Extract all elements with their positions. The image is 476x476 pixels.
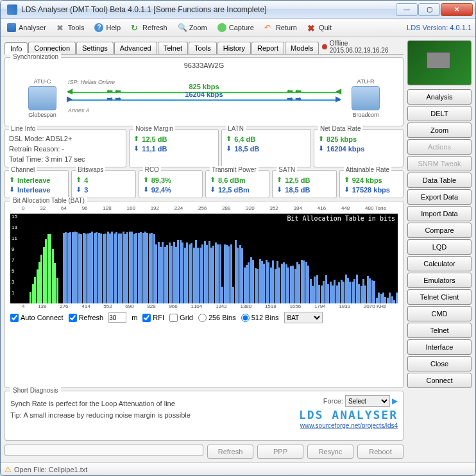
- tab-telnet[interactable]: Telnet: [158, 42, 188, 54]
- quit-icon: ✖: [307, 23, 316, 32]
- bat-options: Auto Connect Refresh m RFI Grid 256 Bins…: [10, 312, 398, 323]
- zoom-icon: 🔍: [178, 23, 187, 32]
- interface-button[interactable]: Interface: [407, 339, 472, 355]
- return-button[interactable]: ↶Return: [262, 22, 300, 33]
- modem-icon: [28, 86, 56, 110]
- titlebar: LDS Analyser (DMT Tool) Beta 4.0.1.1 [So…: [1, 1, 475, 19]
- refresh-icon: ↻: [131, 23, 140, 32]
- tab-report[interactable]: Report: [251, 42, 284, 54]
- maximize-button[interactable]: ▢: [418, 3, 440, 16]
- router-icon: [352, 86, 380, 110]
- window-controls: — ▢ ✕: [396, 3, 473, 16]
- return-icon: ↶: [264, 23, 273, 32]
- diag-line1: Synch Rate is perfect for the Loop Atten…: [10, 398, 282, 409]
- close-side-button[interactable]: Close: [407, 356, 472, 371]
- bins256-radio[interactable]: 256 Bins: [198, 314, 236, 322]
- bat-chart: Bit Allocation Table in bits 15131197531: [10, 214, 398, 303]
- main-toolbar: Analyser ✖Tools ?Help ↻Refresh 🔍Zoom Cap…: [1, 19, 475, 37]
- latn-panel: LATN 6,4 dB 18,5 dB: [221, 129, 311, 167]
- tab-models[interactable]: Models: [285, 42, 319, 54]
- telnet-client-button[interactable]: Telnet Client: [407, 289, 472, 305]
- refresh-bottom-button[interactable]: Refresh: [207, 445, 253, 459]
- refresh-interval[interactable]: [108, 312, 126, 323]
- bat-select[interactable]: BAT: [284, 312, 323, 323]
- force-play-button[interactable]: ▶: [392, 396, 398, 405]
- tab-connection[interactable]: Connection: [28, 42, 76, 54]
- minimize-button[interactable]: —: [396, 3, 418, 16]
- lqd-button[interactable]: LQD: [407, 239, 472, 255]
- up-arrow-icon: [133, 135, 139, 143]
- bat-panel: Bit Allocation Table (BAT) 0326496128160…: [4, 201, 404, 388]
- actions-button: Actions: [407, 139, 472, 155]
- bat-x-axis: 4138276414552690828966110412421380151816…: [10, 303, 398, 309]
- rfi-check[interactable]: RFI: [142, 314, 164, 322]
- help-icon: ?: [94, 23, 103, 32]
- warning-icon: ⚠: [4, 465, 12, 474]
- bat-top-axis: 0326496128160192224256288320352384416448…: [10, 205, 398, 211]
- main-tabs: Info Connection Settings Advanced Telnet…: [4, 40, 404, 55]
- tx-power-panel: Transmit Power 8,6 dBm 12,5 dBm: [205, 170, 269, 198]
- close-button[interactable]: ✕: [441, 3, 473, 16]
- status-text: Open File: Cellpipe1.txt: [14, 466, 87, 473]
- app-icon: [7, 4, 17, 15]
- channel-panel: Channel Interleave Interleave: [4, 170, 69, 198]
- zoom-side-button[interactable]: Zoom: [407, 123, 472, 138]
- refresh-button[interactable]: ↻Refresh: [128, 22, 170, 33]
- export-data-button[interactable]: Export Data: [407, 189, 472, 205]
- bins512-radio[interactable]: 512 Bins: [241, 314, 279, 322]
- version-label: LDS Version: 4.0.1.1: [407, 24, 472, 31]
- resync-button[interactable]: Resync: [307, 445, 353, 459]
- analysis-button[interactable]: Analysis: [407, 89, 472, 105]
- tools-icon: ✖: [56, 23, 65, 32]
- auto-connect-check[interactable]: Auto Connect: [10, 314, 64, 322]
- chart-icon: [7, 23, 16, 32]
- attainable-panel: Attainable Rate 924 kbps 17528 kbps: [339, 170, 404, 198]
- diagnosis-panel: Short Diagnosis Synch Rate is perfect fo…: [4, 391, 404, 441]
- grid-check[interactable]: Grid: [169, 314, 193, 322]
- statusbar: ⚠ Open File: Cellpipe1.txt: [1, 463, 475, 475]
- annex-label: Annex A: [62, 107, 346, 114]
- snrm-tweak-button: SNRM Tweak: [407, 156, 472, 171]
- telnet-button[interactable]: Telnet: [407, 323, 472, 338]
- data-table-button[interactable]: Data Table: [407, 173, 472, 188]
- delt-button[interactable]: DELT: [407, 106, 472, 121]
- downstream-line: ▶ ➡ ➡ ➡ ➡ ▶ 16204 kbps: [68, 99, 340, 101]
- sidebar: Analysis DELT Zoom Actions SNRM Tweak Da…: [407, 40, 472, 459]
- tools-menu[interactable]: ✖Tools: [54, 22, 87, 33]
- reboot-button[interactable]: Reboot: [357, 445, 404, 459]
- bat-y-axis: 15131197531: [10, 214, 22, 303]
- noise-margin-panel: Noise Margin 12,5 dB 11,1 dB: [129, 129, 219, 167]
- status-dot-icon: [322, 44, 327, 49]
- capture-button[interactable]: Capture: [215, 22, 257, 33]
- rco-panel: RCO 89,3% 92,4%: [139, 170, 203, 198]
- sync-panel: Synchronization 96333AW2G ATU-C Globespa…: [4, 57, 404, 126]
- atu-c-node: ATU-C Globespan: [23, 78, 62, 118]
- quit-button[interactable]: ✖Quit: [305, 22, 334, 33]
- compare-button[interactable]: Compare: [407, 223, 472, 238]
- tab-advanced[interactable]: Advanced: [114, 42, 157, 54]
- offline-status: Offline 2015.06.02.19.16.26: [319, 40, 404, 54]
- atu-r-node: ATU-R Broadcom: [346, 78, 385, 118]
- tab-history[interactable]: History: [217, 42, 251, 54]
- zoom-button[interactable]: 🔍Zoom: [175, 22, 210, 33]
- connect-button[interactable]: Connect: [407, 373, 472, 388]
- help-menu[interactable]: ?Help: [92, 22, 123, 33]
- calculator-button[interactable]: Calculator: [407, 256, 472, 271]
- down-arrow-icon: [133, 144, 139, 153]
- bitswaps-panel: Bitswaps 4 3: [71, 170, 135, 198]
- cmd-button[interactable]: CMD: [407, 306, 472, 321]
- import-data-button[interactable]: Import Data: [407, 206, 472, 221]
- progress-bar: [4, 445, 203, 456]
- tab-tools[interactable]: Tools: [189, 42, 217, 54]
- refresh-check[interactable]: Refresh: [69, 314, 104, 322]
- emulators-button[interactable]: Emulators: [407, 273, 472, 288]
- tab-settings[interactable]: Settings: [76, 42, 114, 54]
- analyser-menu[interactable]: Analyser: [4, 22, 49, 33]
- project-link[interactable]: www.sourceforge.net/projects/lds4: [300, 422, 398, 429]
- ppp-button[interactable]: PPP: [257, 445, 303, 459]
- bottom-buttons: Refresh PPP Resync Reboot: [4, 445, 404, 459]
- force-select[interactable]: Select: [345, 395, 390, 407]
- window-title: LDS Analyser (DMT Tool) Beta 4.0.1.1 [So…: [21, 5, 396, 14]
- satn-panel: SATN 12,5 dB 18,5 dB: [272, 170, 336, 198]
- app-window: LDS Analyser (DMT Tool) Beta 4.0.1.1 [So…: [0, 0, 476, 476]
